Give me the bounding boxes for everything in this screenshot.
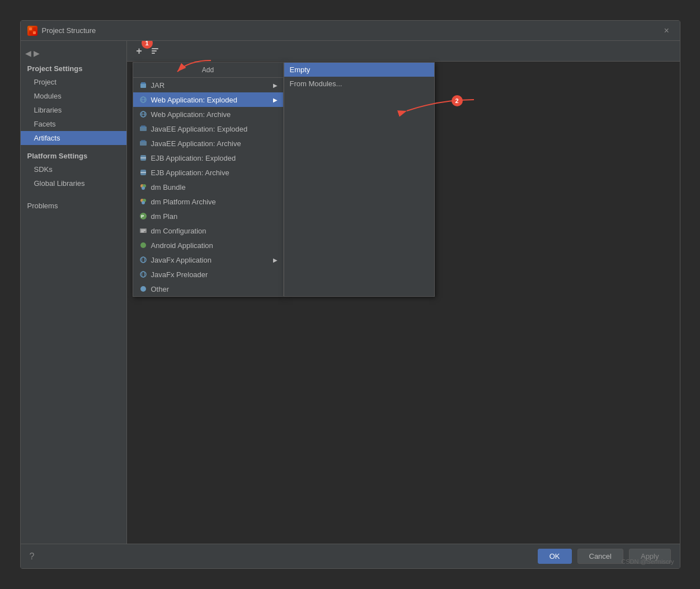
sidebar-item-project[interactable]: Project bbox=[21, 75, 126, 89]
ok-button[interactable]: OK bbox=[538, 549, 572, 564]
svg-point-35 bbox=[140, 242, 146, 248]
add-dropdown-menu: Add JAR ▶ bbox=[133, 62, 284, 297]
sub-dropdown-menu: Empty From Modules... bbox=[284, 62, 435, 297]
svg-point-29 bbox=[142, 201, 145, 204]
sidebar-item-libraries[interactable]: Libraries bbox=[21, 103, 126, 117]
menu-item-ejb-archive[interactable]: EJB Application: Archive bbox=[133, 165, 283, 180]
sidebar-item-sdks[interactable]: SDKs bbox=[21, 162, 126, 176]
sub-menu-item-from-modules[interactable]: From Modules... bbox=[284, 77, 434, 91]
web-exploded-arrow: ▶ bbox=[273, 97, 278, 103]
dm-platform-icon bbox=[139, 197, 148, 206]
javafx-arrow: ▶ bbox=[273, 257, 278, 263]
title-bar: Project Structure × bbox=[21, 21, 680, 41]
dm-plan-icon: P bbox=[139, 212, 148, 221]
cancel-button[interactable]: Cancel bbox=[577, 549, 623, 564]
bottom-bar: ? OK Cancel Apply CSDN @Sermiscry bbox=[21, 544, 680, 568]
sidebar-item-artifacts[interactable]: Artifacts bbox=[21, 131, 126, 145]
toolbar-btn-2[interactable] bbox=[148, 44, 162, 58]
svg-rect-8 bbox=[140, 83, 146, 88]
sidebar-item-modules[interactable]: Modules bbox=[21, 89, 126, 103]
platform-settings-title: Platform Settings bbox=[21, 148, 126, 162]
svg-point-40 bbox=[140, 286, 146, 292]
dialog-title: Project Structure bbox=[42, 26, 96, 35]
menu-item-jar[interactable]: JAR ▶ bbox=[133, 78, 283, 92]
jar-icon bbox=[139, 81, 148, 90]
svg-point-26 bbox=[142, 186, 145, 190]
svg-rect-32 bbox=[140, 228, 147, 233]
javaee-exploded-icon bbox=[139, 124, 148, 133]
sidebar-item-global-libraries[interactable]: Global Libraries bbox=[21, 176, 126, 190]
menu-item-javaee-exploded[interactable]: JavaEE Application: Exploded bbox=[133, 121, 283, 136]
javafx-preloader-icon bbox=[139, 270, 148, 279]
nav-arrows: ◀ ▶ bbox=[21, 45, 126, 61]
svg-point-38 bbox=[140, 272, 146, 277]
main-content: 1 + bbox=[127, 41, 680, 544]
ejb-archive-icon bbox=[139, 168, 148, 177]
jar-arrow: ▶ bbox=[273, 82, 278, 88]
sidebar-item-problems[interactable]: Problems bbox=[21, 197, 126, 213]
sidebar-item-facets[interactable]: Facets bbox=[21, 117, 126, 131]
forward-button[interactable]: ▶ bbox=[34, 49, 40, 58]
project-structure-dialog: Project Structure × ◀ ▶ Project Settings… bbox=[20, 20, 680, 569]
app-icon bbox=[27, 26, 37, 36]
menu-item-ejb-exploded[interactable]: EJB Application: Exploded bbox=[133, 151, 283, 165]
svg-rect-1 bbox=[33, 27, 36, 30]
dm-bundle-icon bbox=[139, 183, 148, 191]
svg-point-39 bbox=[142, 272, 144, 277]
ejb-exploded-icon bbox=[139, 153, 148, 162]
android-icon bbox=[139, 241, 148, 250]
javafx-icon bbox=[139, 255, 148, 264]
close-button[interactable]: × bbox=[664, 26, 673, 35]
menu-item-other[interactable]: Other bbox=[133, 282, 283, 296]
javaee-archive-icon bbox=[139, 139, 148, 148]
toolbar: 1 + bbox=[127, 41, 680, 62]
watermark: CSDN @Sermiscry bbox=[621, 558, 674, 565]
dropdown-container: Add JAR ▶ bbox=[133, 62, 435, 297]
svg-rect-17 bbox=[141, 125, 145, 128]
other-icon bbox=[139, 284, 148, 293]
svg-rect-0 bbox=[29, 27, 32, 30]
help-button[interactable]: ? bbox=[30, 551, 35, 562]
dm-config-icon bbox=[139, 226, 148, 235]
svg-rect-2 bbox=[29, 31, 32, 34]
back-button[interactable]: ◀ bbox=[25, 49, 31, 58]
svg-rect-19 bbox=[141, 140, 145, 142]
svg-rect-4 bbox=[152, 48, 158, 49]
svg-point-36 bbox=[140, 257, 146, 263]
title-bar-left: Project Structure bbox=[27, 26, 96, 36]
menu-item-dm-configuration[interactable]: dm Configuration bbox=[133, 223, 283, 238]
menu-item-web-archive[interactable]: Web Application: Archive bbox=[133, 107, 283, 121]
dialog-body: ◀ ▶ Project Settings Project Modules Lib… bbox=[21, 41, 680, 544]
menu-item-javaee-archive[interactable]: JavaEE Application: Archive bbox=[133, 136, 283, 151]
svg-rect-6 bbox=[152, 53, 155, 54]
menu-item-javafx-preloader[interactable]: JavaFx Preloader bbox=[133, 267, 283, 282]
svg-rect-3 bbox=[33, 31, 36, 34]
project-settings-title: Project Settings bbox=[21, 61, 126, 75]
menu-item-web-exploded[interactable]: Web Application: Exploded ▶ bbox=[133, 92, 283, 107]
sidebar: ◀ ▶ Project Settings Project Modules Lib… bbox=[21, 41, 127, 544]
menu-item-dm-plan[interactable]: P dm Plan bbox=[133, 209, 283, 223]
web-exploded-icon bbox=[139, 95, 148, 104]
web-archive-icon bbox=[139, 110, 148, 119]
sub-menu-item-empty[interactable]: Empty bbox=[284, 63, 434, 77]
svg-text:P: P bbox=[141, 214, 144, 219]
svg-rect-9 bbox=[141, 82, 145, 84]
menu-header: Add bbox=[133, 63, 283, 78]
add-button[interactable]: + bbox=[133, 44, 146, 58]
svg-point-37 bbox=[142, 257, 144, 263]
menu-item-dm-platform[interactable]: dm Platform Archive bbox=[133, 194, 283, 209]
svg-rect-5 bbox=[152, 50, 157, 52]
menu-item-javafx[interactable]: JavaFx Application ▶ bbox=[133, 253, 283, 267]
menu-item-android[interactable]: Android Application bbox=[133, 238, 283, 253]
menu-item-dm-bundle[interactable]: dm Bundle bbox=[133, 180, 283, 194]
